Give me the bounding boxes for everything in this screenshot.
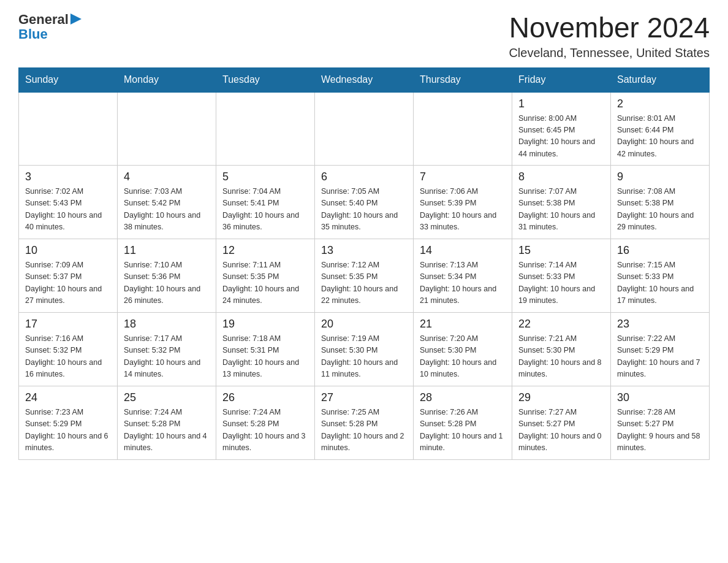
day-number: 19 — [222, 318, 308, 331]
calendar-week-row: 1Sunrise: 8:00 AM Sunset: 6:45 PM Daylig… — [19, 92, 710, 166]
day-info: Sunrise: 7:07 AM Sunset: 5:38 PM Dayligh… — [518, 186, 604, 234]
day-number: 6 — [321, 170, 407, 183]
day-info: Sunrise: 7:26 AM Sunset: 5:28 PM Dayligh… — [420, 407, 506, 454]
calendar-cell: 23Sunrise: 7:22 AM Sunset: 5:29 PM Dayli… — [611, 313, 710, 386]
calendar-cell: 19Sunrise: 7:18 AM Sunset: 5:31 PM Dayli… — [216, 313, 315, 386]
calendar-cell: 10Sunrise: 7:09 AM Sunset: 5:37 PM Dayli… — [19, 239, 118, 313]
day-info: Sunrise: 7:11 AM Sunset: 5:35 PM Dayligh… — [222, 259, 308, 307]
day-info: Sunrise: 7:13 AM Sunset: 5:34 PM Dayligh… — [420, 259, 506, 307]
calendar-cell: 17Sunrise: 7:16 AM Sunset: 5:32 PM Dayli… — [19, 313, 118, 386]
calendar-cell: 27Sunrise: 7:25 AM Sunset: 5:28 PM Dayli… — [315, 386, 414, 460]
day-info: Sunrise: 7:20 AM Sunset: 5:30 PM Dayligh… — [420, 333, 506, 381]
day-info: Sunrise: 7:02 AM Sunset: 5:43 PM Dayligh… — [25, 186, 111, 234]
day-number: 27 — [321, 391, 407, 404]
calendar-cell: 8Sunrise: 7:07 AM Sunset: 5:38 PM Daylig… — [512, 166, 611, 239]
day-number: 4 — [124, 170, 210, 183]
calendar-subtitle: Cleveland, Tennessee, United States — [509, 46, 710, 60]
logo-text-general: General — [18, 12, 69, 27]
day-number: 14 — [420, 244, 506, 257]
day-info: Sunrise: 7:04 AM Sunset: 5:41 PM Dayligh… — [222, 186, 308, 234]
day-number: 9 — [617, 170, 703, 183]
calendar-week-row: 3Sunrise: 7:02 AM Sunset: 5:43 PM Daylig… — [19, 166, 710, 239]
day-number: 22 — [518, 318, 604, 331]
calendar-cell: 14Sunrise: 7:13 AM Sunset: 5:34 PM Dayli… — [414, 239, 512, 313]
day-info: Sunrise: 7:28 AM Sunset: 5:27 PM Dayligh… — [617, 407, 703, 454]
calendar-cell: 5Sunrise: 7:04 AM Sunset: 5:41 PM Daylig… — [216, 166, 315, 239]
calendar-cell: 25Sunrise: 7:24 AM Sunset: 5:28 PM Dayli… — [118, 386, 216, 460]
day-number: 17 — [25, 318, 111, 331]
day-info: Sunrise: 7:15 AM Sunset: 5:33 PM Dayligh… — [617, 259, 703, 307]
day-number: 28 — [420, 391, 506, 404]
calendar-cell — [414, 92, 512, 166]
day-of-week-header: Wednesday — [315, 67, 414, 92]
calendar-cell: 24Sunrise: 7:23 AM Sunset: 5:29 PM Dayli… — [19, 386, 118, 460]
calendar-cell: 22Sunrise: 7:21 AM Sunset: 5:30 PM Dayli… — [512, 313, 611, 386]
calendar-cell: 4Sunrise: 7:03 AM Sunset: 5:42 PM Daylig… — [118, 166, 216, 239]
day-number: 2 — [617, 98, 703, 110]
day-info: Sunrise: 7:27 AM Sunset: 5:27 PM Dayligh… — [518, 407, 604, 454]
day-info: Sunrise: 7:23 AM Sunset: 5:29 PM Dayligh… — [25, 407, 111, 454]
day-number: 18 — [124, 318, 210, 331]
calendar-cell: 30Sunrise: 7:28 AM Sunset: 5:27 PM Dayli… — [611, 386, 710, 460]
calendar-cell: 28Sunrise: 7:26 AM Sunset: 5:28 PM Dayli… — [414, 386, 512, 460]
day-info: Sunrise: 7:17 AM Sunset: 5:32 PM Dayligh… — [124, 333, 210, 381]
day-info: Sunrise: 7:09 AM Sunset: 5:37 PM Dayligh… — [25, 259, 111, 307]
calendar-cell: 7Sunrise: 7:06 AM Sunset: 5:39 PM Daylig… — [414, 166, 512, 239]
calendar-cell: 18Sunrise: 7:17 AM Sunset: 5:32 PM Dayli… — [118, 313, 216, 386]
calendar-cell: 12Sunrise: 7:11 AM Sunset: 5:35 PM Dayli… — [216, 239, 315, 313]
calendar-cell: 6Sunrise: 7:05 AM Sunset: 5:40 PM Daylig… — [315, 166, 414, 239]
day-of-week-header: Friday — [512, 67, 611, 92]
day-of-week-header: Monday — [118, 67, 216, 92]
day-number: 29 — [518, 391, 604, 404]
day-info: Sunrise: 7:10 AM Sunset: 5:36 PM Dayligh… — [124, 259, 210, 307]
day-number: 15 — [518, 244, 604, 257]
day-number: 7 — [420, 170, 506, 183]
day-number: 24 — [25, 391, 111, 404]
calendar-title: November 2024 — [509, 12, 710, 44]
day-number: 26 — [222, 391, 308, 404]
calendar-cell — [216, 92, 315, 166]
day-info: Sunrise: 7:03 AM Sunset: 5:42 PM Dayligh… — [124, 186, 210, 234]
day-number: 12 — [222, 244, 308, 257]
calendar-header-row: SundayMondayTuesdayWednesdayThursdayFrid… — [19, 67, 710, 92]
day-number: 23 — [617, 318, 703, 331]
day-of-week-header: Saturday — [611, 67, 710, 92]
day-of-week-header: Sunday — [19, 67, 118, 92]
svg-marker-0 — [70, 13, 82, 25]
day-info: Sunrise: 7:16 AM Sunset: 5:32 PM Dayligh… — [25, 333, 111, 381]
calendar-cell: 26Sunrise: 7:24 AM Sunset: 5:28 PM Dayli… — [216, 386, 315, 460]
logo-arrow-icon — [69, 13, 82, 26]
calendar-cell: 3Sunrise: 7:02 AM Sunset: 5:43 PM Daylig… — [19, 166, 118, 239]
day-number: 3 — [25, 170, 111, 183]
day-number: 1 — [518, 98, 604, 110]
day-number: 10 — [25, 244, 111, 257]
day-of-week-header: Thursday — [414, 67, 512, 92]
day-info: Sunrise: 7:05 AM Sunset: 5:40 PM Dayligh… — [321, 186, 407, 234]
day-info: Sunrise: 7:24 AM Sunset: 5:28 PM Dayligh… — [124, 407, 210, 454]
day-number: 5 — [222, 170, 308, 183]
day-number: 8 — [518, 170, 604, 183]
calendar-cell: 13Sunrise: 7:12 AM Sunset: 5:35 PM Dayli… — [315, 239, 414, 313]
page-header: General Blue November 2024 Cleveland, Te… — [18, 12, 710, 60]
calendar-cell: 11Sunrise: 7:10 AM Sunset: 5:36 PM Dayli… — [118, 239, 216, 313]
calendar-week-row: 24Sunrise: 7:23 AM Sunset: 5:29 PM Dayli… — [19, 386, 710, 460]
day-info: Sunrise: 8:01 AM Sunset: 6:44 PM Dayligh… — [617, 113, 703, 161]
day-number: 30 — [617, 391, 703, 404]
title-section: November 2024 Cleveland, Tennessee, Unit… — [509, 12, 710, 60]
calendar-week-row: 10Sunrise: 7:09 AM Sunset: 5:37 PM Dayli… — [19, 239, 710, 313]
day-info: Sunrise: 7:06 AM Sunset: 5:39 PM Dayligh… — [420, 186, 506, 234]
day-of-week-header: Tuesday — [216, 67, 315, 92]
day-info: Sunrise: 7:12 AM Sunset: 5:35 PM Dayligh… — [321, 259, 407, 307]
day-info: Sunrise: 7:24 AM Sunset: 5:28 PM Dayligh… — [222, 407, 308, 454]
calendar-cell — [19, 92, 118, 166]
day-number: 20 — [321, 318, 407, 331]
day-info: Sunrise: 8:00 AM Sunset: 6:45 PM Dayligh… — [518, 113, 604, 161]
calendar-cell: 1Sunrise: 8:00 AM Sunset: 6:45 PM Daylig… — [512, 92, 611, 166]
calendar-cell: 16Sunrise: 7:15 AM Sunset: 5:33 PM Dayli… — [611, 239, 710, 313]
calendar-cell — [315, 92, 414, 166]
day-info: Sunrise: 7:21 AM Sunset: 5:30 PM Dayligh… — [518, 333, 604, 381]
calendar-table: SundayMondayTuesdayWednesdayThursdayFrid… — [18, 67, 710, 461]
calendar-cell: 9Sunrise: 7:08 AM Sunset: 5:38 PM Daylig… — [611, 166, 710, 239]
calendar-cell: 15Sunrise: 7:14 AM Sunset: 5:33 PM Dayli… — [512, 239, 611, 313]
logo: General Blue — [18, 12, 82, 42]
